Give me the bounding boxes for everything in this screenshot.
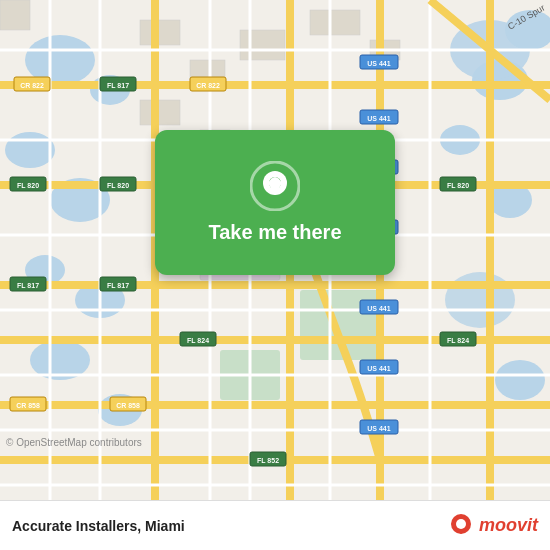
location-pin-icon: [250, 161, 300, 211]
svg-text:FL 817: FL 817: [107, 282, 129, 289]
svg-rect-21: [240, 30, 285, 60]
svg-text:FL 817: FL 817: [17, 282, 39, 289]
location-info: Accurate Installers, Miami: [12, 518, 185, 534]
svg-text:FL 824: FL 824: [187, 337, 209, 344]
location-name: Accurate Installers, Miami: [12, 518, 185, 534]
svg-text:FL 824: FL 824: [447, 337, 469, 344]
svg-point-13: [495, 360, 545, 400]
moovit-text: moovit: [479, 515, 538, 536]
svg-text:CR 822: CR 822: [20, 82, 44, 89]
svg-rect-18: [0, 0, 30, 30]
moovit-logo[interactable]: moovit: [447, 512, 538, 540]
svg-text:FL 820: FL 820: [17, 182, 39, 189]
svg-text:CR 858: CR 858: [16, 402, 40, 409]
svg-text:CR 858: CR 858: [116, 402, 140, 409]
map-container: CR 822 CR 822 FL 817 FL 817 FL 817 FL 82…: [0, 0, 550, 500]
svg-text:US 441: US 441: [367, 115, 390, 122]
svg-point-12: [445, 272, 515, 328]
svg-point-96: [456, 519, 466, 529]
svg-text:US 441: US 441: [367, 425, 390, 432]
svg-text:CR 822: CR 822: [196, 82, 220, 89]
svg-text:US 441: US 441: [367, 365, 390, 372]
svg-text:FL 852: FL 852: [257, 457, 279, 464]
take-me-there-button[interactable]: Take me there: [155, 130, 395, 275]
svg-text:US 441: US 441: [367, 60, 390, 67]
moovit-pin-icon: [447, 512, 475, 540]
svg-text:FL 820: FL 820: [447, 182, 469, 189]
svg-rect-22: [310, 10, 360, 35]
svg-rect-19: [140, 20, 180, 45]
take-me-there-label: Take me there: [208, 221, 341, 244]
svg-point-3: [5, 132, 55, 168]
svg-rect-24: [140, 100, 180, 125]
svg-text:FL 817: FL 817: [107, 82, 129, 89]
svg-text:US 441: US 441: [367, 305, 390, 312]
map-attribution: © OpenStreetMap contributors: [6, 437, 142, 448]
svg-text:FL 820: FL 820: [107, 182, 129, 189]
bottom-bar: Accurate Installers, Miami moovit: [0, 500, 550, 550]
